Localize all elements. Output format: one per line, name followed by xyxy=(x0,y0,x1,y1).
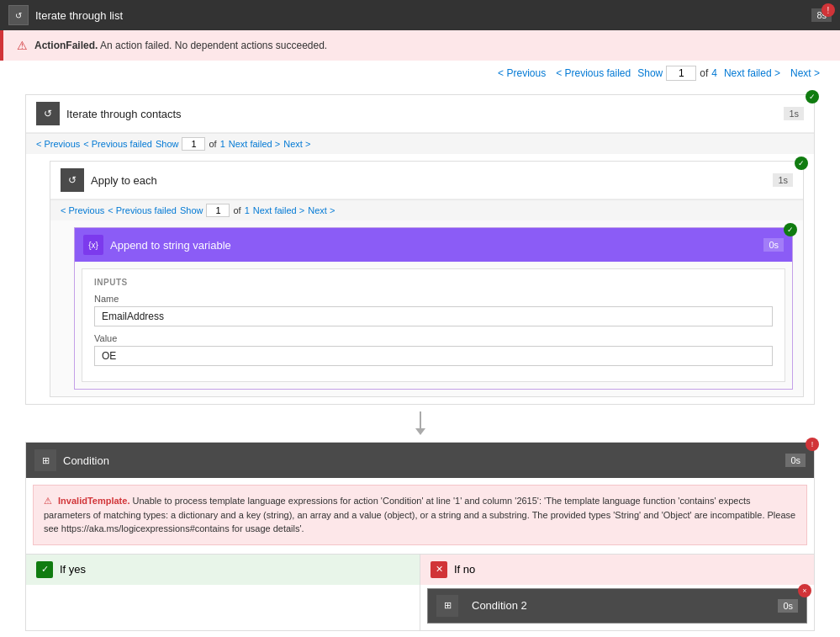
iterate-contacts-title: Iterate through contacts xyxy=(66,108,182,120)
apply-total: 1 xyxy=(245,205,250,215)
iterate-contacts-next-failed-button[interactable]: Next failed > xyxy=(229,139,280,149)
loop-icon-top: ↺ xyxy=(8,5,29,25)
apply-to-each-time: 1s xyxy=(773,173,793,187)
apply-to-each-title: Apply to each xyxy=(91,174,157,187)
condition2-header[interactable]: ⊞ Condition 2 0s xyxy=(428,589,806,623)
apply-to-each-pagination: < Previous < Previous failed Show of 1 N… xyxy=(50,199,803,220)
top-bar: ↺ Iterate through list 8s ! xyxy=(0,0,840,30)
iterate-contacts-header[interactable]: ↺ Iterate through contacts 1s xyxy=(26,95,814,133)
outer-prev-button[interactable]: < Previous xyxy=(494,66,549,81)
condition-icon: ⊞ xyxy=(34,449,56,471)
apply-to-each-nested: ↺ Apply to each 1s ✓ < Previous < Previo… xyxy=(50,161,804,397)
arrow-line-1 xyxy=(420,411,421,428)
value-field-group: Value OE xyxy=(94,333,773,366)
condition2-icon: ⊞ xyxy=(436,595,458,617)
inputs-label: INPUTS xyxy=(94,278,773,287)
connector-arrow-1 xyxy=(25,405,815,442)
iterate-contacts-icon: ↺ xyxy=(36,102,60,125)
iterate-contacts-prev-button[interactable]: < Previous xyxy=(36,139,80,149)
outer-pagination: < Previous < Previous failed Show of 4 N… xyxy=(0,61,840,86)
arrow-head-1 xyxy=(415,428,425,435)
apply-prev-failed-button[interactable]: < Previous failed xyxy=(108,205,177,215)
iterate-contacts-next-button[interactable]: Next > xyxy=(283,139,310,149)
condition-error-message: Unable to process template language expr… xyxy=(44,496,795,533)
condition-error-title: InvalidTemplate. xyxy=(58,496,129,506)
condition2-block: ⊞ Condition 2 0s × xyxy=(427,588,807,624)
branch-yes-header: ✓ If yes xyxy=(26,555,420,585)
append-inputs-section: INPUTS Name EmailAddress Value OE xyxy=(82,268,785,382)
branch-no-x-icon: ✕ xyxy=(431,561,447,578)
iterate-contacts-status-ok: ✓ xyxy=(806,90,819,104)
apply-next-failed-button[interactable]: Next failed > xyxy=(253,205,304,215)
outer-of-text: of xyxy=(700,67,708,79)
warning-icon: ⚠ xyxy=(17,39,28,52)
branch-yes-label: If yes xyxy=(60,563,86,576)
apply-show-label: Show xyxy=(180,205,203,215)
apply-to-each-icon: ↺ xyxy=(61,168,84,192)
outer-total-pages: 4 xyxy=(711,67,717,79)
iterate-contacts-of: of xyxy=(209,139,216,149)
condition2-header-left: ⊞ Condition 2 xyxy=(436,595,527,617)
append-string-time: 0s xyxy=(763,238,784,252)
append-string-status-ok: ✓ xyxy=(784,223,797,236)
iterate-contacts-prev-failed-button[interactable]: < Previous failed xyxy=(83,139,152,149)
top-bar-error-badge: ! xyxy=(822,3,835,17)
apply-of: of xyxy=(233,205,240,215)
apply-prev-button[interactable]: < Previous xyxy=(61,205,104,215)
branch-no: ✕ If no ⊞ Condition 2 0s xyxy=(420,555,814,630)
branch-yes-check-icon: ✓ xyxy=(36,561,53,578)
outer-show-label: Show xyxy=(637,67,663,79)
apply-to-each-header[interactable]: ↺ Apply to each 1s xyxy=(50,162,803,199)
iterate-contacts-page-input[interactable] xyxy=(182,137,205,151)
iterate-contacts-time: 1s xyxy=(784,107,804,120)
append-string-title: Append to string variable xyxy=(110,239,231,252)
iterate-contacts-block: ↺ Iterate through contacts 1s ✓ < Previo… xyxy=(25,94,815,405)
action-failed-banner: ⚠ ActionFailed. An action failed. No dep… xyxy=(0,30,840,61)
value-field-value: OE xyxy=(94,346,773,366)
outer-page-input[interactable] xyxy=(666,66,696,81)
name-field-label: Name xyxy=(94,294,773,304)
iterate-contacts-show-label: Show xyxy=(156,139,179,149)
iterate-contacts-total: 1 xyxy=(220,139,225,149)
iterate-contacts-pagination: < Previous < Previous failed Show of 1 N… xyxy=(26,133,814,154)
condition-status-error: ! xyxy=(806,438,819,451)
apply-page-input[interactable] xyxy=(206,204,230,217)
outer-next-button[interactable]: Next > xyxy=(787,66,823,81)
condition-error-icon: ⚠ xyxy=(44,496,52,506)
condition2-time: 0s xyxy=(778,599,798,613)
condition-time: 0s xyxy=(785,454,806,467)
main-content: < Previous < Previous failed Show of 4 N… xyxy=(0,61,840,637)
append-string-header-left: {x} Append to string variable xyxy=(83,235,231,255)
outer-prev-failed-button[interactable]: < Previous failed xyxy=(552,66,634,81)
condition-error-content: ⚠ InvalidTemplate. Unable to process tem… xyxy=(33,485,807,545)
apply-to-each-header-left: ↺ Apply to each xyxy=(61,168,157,192)
apply-next-button[interactable]: Next > xyxy=(308,205,335,215)
condition-block: ⊞ Condition 0s ! ⚠ InvalidTemplate. Unab… xyxy=(25,442,815,631)
value-field-label: Value xyxy=(94,333,773,343)
condition-header-left: ⊞ Condition xyxy=(34,449,109,471)
apply-to-each-status-ok: ✓ xyxy=(795,157,808,170)
top-bar-left: ↺ Iterate through list xyxy=(8,5,123,25)
name-field-group: Name EmailAddress xyxy=(94,294,773,326)
append-string-icon: {x} xyxy=(83,235,103,255)
name-field-value: EmailAddress xyxy=(94,306,773,326)
error-banner-label: ActionFailed. An action failed. No depen… xyxy=(34,40,327,51)
apply-to-each-wrapper: ↺ Apply to each 1s ✓ < Previous < Previo… xyxy=(50,162,803,390)
flow-container: ↺ Iterate through contacts 1s ✓ < Previo… xyxy=(0,86,840,637)
top-bar-title: Iterate through list xyxy=(35,9,123,22)
arrow-down-1 xyxy=(415,411,425,435)
iterate-contacts-header-left: ↺ Iterate through contacts xyxy=(36,102,182,125)
condition-wrapper: ⊞ Condition 0s ! ⚠ InvalidTemplate. Unab… xyxy=(25,442,815,631)
condition2-close-button[interactable]: × xyxy=(798,584,811,597)
branch-yes: ✓ If yes xyxy=(26,555,420,630)
append-string-block: {x} Append to string variable 0s ✓ INPUT… xyxy=(74,227,793,390)
branch-no-header: ✕ If no xyxy=(420,555,814,585)
branch-no-label: If no xyxy=(454,563,475,576)
condition-header[interactable]: ⊞ Condition 0s xyxy=(26,443,814,478)
outer-next-failed-button[interactable]: Next failed > xyxy=(721,66,784,81)
iterate-contacts-wrapper: ↺ Iterate through contacts 1s ✓ < Previo… xyxy=(25,94,815,405)
condition2-title: Condition 2 xyxy=(472,599,527,612)
condition-branches: ✓ If yes ✕ If no xyxy=(26,554,814,630)
append-string-header[interactable]: {x} Append to string variable 0s xyxy=(75,228,792,262)
condition-title: Condition xyxy=(63,454,109,467)
